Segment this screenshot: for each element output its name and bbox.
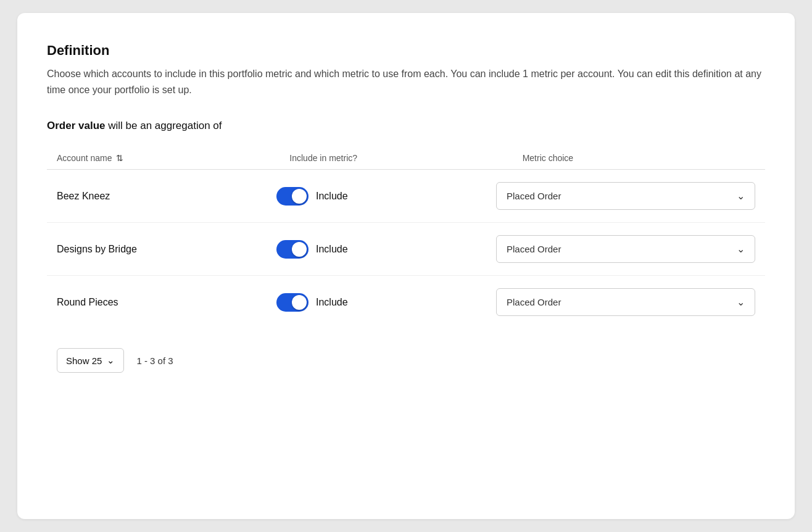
aggregation-intro: will be an aggregation of bbox=[108, 120, 222, 131]
metric-select-designs-bridge[interactable]: Placed Order ⌄ bbox=[496, 235, 755, 263]
accounts-table: Account name ⇅ Include in metric? Metric… bbox=[47, 147, 765, 328]
metric-value-round-pieces: Placed Order bbox=[507, 297, 737, 307]
sort-icon[interactable]: ⇅ bbox=[116, 153, 123, 163]
metric-select-round-pieces[interactable]: Placed Order ⌄ bbox=[496, 288, 755, 316]
include-label-beez-kneez: Include bbox=[316, 191, 348, 202]
toggle-slider bbox=[276, 187, 309, 206]
table-header: Account name ⇅ Include in metric? Metric… bbox=[47, 147, 765, 170]
toggle-cell-round-pieces: Include bbox=[276, 293, 496, 312]
toggle-round-pieces[interactable] bbox=[276, 293, 309, 312]
include-label-designs-bridge: Include bbox=[316, 244, 348, 255]
aggregation-label: Order value will be an aggregation of bbox=[47, 120, 765, 132]
column-metric-choice-label: Metric choice bbox=[523, 153, 573, 163]
column-header-account-name: Account name ⇅ bbox=[57, 153, 289, 163]
account-name-beez-kneez: Beez Kneez bbox=[57, 191, 276, 202]
metric-value-beez-kneez: Placed Order bbox=[507, 191, 737, 201]
column-include-label: Include in metric? bbox=[289, 153, 357, 163]
include-label-round-pieces: Include bbox=[316, 297, 348, 308]
metric-value-designs-bridge: Placed Order bbox=[507, 244, 737, 254]
show-select[interactable]: Show 25 ⌄ bbox=[57, 348, 124, 373]
pagination-row: Show 25 ⌄ 1 - 3 of 3 bbox=[47, 348, 765, 373]
show-chevron-icon: ⌄ bbox=[107, 355, 115, 366]
table-row: Round Pieces Include Placed Order ⌄ bbox=[47, 276, 765, 328]
pagination-range: 1 - 3 of 3 bbox=[136, 355, 173, 366]
definition-card: Definition Choose which accounts to incl… bbox=[17, 13, 795, 519]
toggle-slider bbox=[276, 240, 309, 259]
show-select-label: Show 25 bbox=[66, 355, 102, 366]
column-account-name-label: Account name bbox=[57, 153, 112, 163]
page-title: Definition bbox=[47, 43, 765, 59]
toggle-beez-kneez[interactable] bbox=[276, 187, 309, 206]
table-row: Designs by Bridge Include Placed Order ⌄ bbox=[47, 223, 765, 276]
table-row: Beez Kneez Include Placed Order ⌄ bbox=[47, 170, 765, 223]
aggregation-metric: Order value bbox=[47, 120, 106, 131]
account-name-designs-bridge: Designs by Bridge bbox=[57, 244, 276, 255]
account-name-round-pieces: Round Pieces bbox=[57, 297, 276, 308]
metric-select-beez-kneez[interactable]: Placed Order ⌄ bbox=[496, 182, 755, 210]
toggle-cell-beez-kneez: Include bbox=[276, 187, 496, 206]
toggle-designs-bridge[interactable] bbox=[276, 240, 309, 259]
toggle-slider bbox=[276, 293, 309, 312]
column-header-include: Include in metric? bbox=[289, 153, 522, 163]
chevron-down-icon: ⌄ bbox=[737, 243, 745, 255]
page-description: Choose which accounts to include in this… bbox=[47, 66, 765, 98]
chevron-down-icon: ⌄ bbox=[737, 190, 745, 202]
column-header-metric-choice: Metric choice bbox=[523, 153, 755, 163]
chevron-down-icon: ⌄ bbox=[737, 296, 745, 308]
toggle-cell-designs-bridge: Include bbox=[276, 240, 496, 259]
